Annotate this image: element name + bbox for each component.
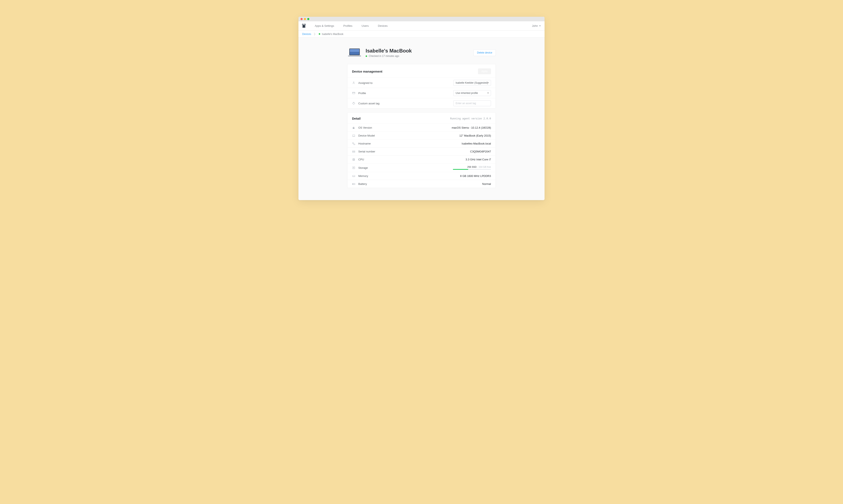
svg-rect-12: [352, 142, 353, 143]
window-close-icon[interactable]: [300, 18, 303, 20]
hostname-value: Isabelles-MacBook.local: [462, 142, 491, 145]
device-thumbnail-icon: [347, 48, 362, 58]
device-model-value: 12" MacBook (Early 2015): [459, 134, 491, 137]
user-menu[interactable]: John: [532, 24, 541, 28]
svg-rect-15: [353, 159, 354, 160]
assigned-to-label: Assigned to: [358, 82, 453, 85]
hostname-label: Hostname: [358, 142, 462, 145]
device-model-row: Device Model 12" MacBook (Early 2015): [347, 131, 496, 140]
app-logo-icon[interactable]: [301, 23, 306, 29]
agent-version: Running agent version 2.0.0: [450, 117, 491, 120]
laptop-icon: [352, 134, 355, 138]
user-menu-label: John: [532, 24, 538, 28]
device-model-label: Device Model: [358, 134, 459, 137]
svg-rect-23: [353, 184, 353, 184]
person-icon: [352, 81, 355, 85]
storage-value-block: 256 SSD - 154 GB free: [453, 166, 491, 170]
app-window: Apps & Settings Profiles Users Devices J…: [298, 17, 545, 200]
os-version-label: OS Version: [358, 126, 452, 129]
nav-devices[interactable]: Devices: [378, 24, 388, 28]
svg-rect-9: [352, 92, 355, 93]
os-version-value: macOS Sierra - 10.12.4 (16O28): [452, 126, 491, 129]
battery-value: Normal: [482, 182, 491, 185]
chevron-down-icon: [539, 25, 541, 26]
device-title-block: Isabelle's MacBook Checked in 17 minutes…: [366, 48, 473, 57]
cpu-row: CPU 3.3 GHz Intel Core i7: [347, 156, 496, 163]
barcode-icon: [352, 150, 355, 153]
storage-text: 256 SSD - 154 GB free: [467, 166, 491, 168]
device-title: Isabelle's MacBook: [366, 48, 473, 54]
apple-icon: [352, 126, 355, 129]
assigned-to-row: Assigned to Isabelle Keebler (Suggested): [347, 77, 496, 88]
tag-icon: [352, 102, 355, 105]
breadcrumb-current-label: Isabelle's MacBook: [322, 33, 344, 36]
serial-row: Serial number C3Q5MG6P2047: [347, 147, 496, 156]
svg-rect-8: [352, 92, 355, 94]
nav-links: Apps & Settings Profiles Users Devices: [315, 24, 388, 28]
window-zoom-icon[interactable]: [307, 18, 309, 20]
device-header: Isabelle's MacBook Checked in 17 minutes…: [347, 48, 496, 58]
battery-row: Battery Normal: [347, 180, 496, 188]
os-version-row: OS Version macOS Sierra - 10.12.4 (16O28…: [347, 124, 496, 131]
storage-label: Storage: [358, 166, 453, 169]
assigned-to-select[interactable]: Isabelle Keebler (Suggested): [453, 80, 491, 86]
card-header: Device management Apply: [347, 64, 496, 77]
profile-row: Profile Use inherited profile: [347, 88, 496, 98]
top-nav: Apps & Settings Profiles Users Devices J…: [298, 21, 545, 31]
storage-free: 154 GB free: [479, 166, 491, 168]
serial-label: Serial number: [358, 150, 470, 153]
apply-button[interactable]: Apply: [478, 68, 491, 74]
status-dot-icon: [366, 55, 367, 57]
memory-row: Memory 8 GB 1600 MHz LPDDR3: [347, 172, 496, 180]
detail-card: Detail Running agent version 2.0.0 OS Ve…: [347, 112, 496, 188]
svg-rect-16: [353, 159, 354, 160]
svg-point-7: [353, 82, 354, 83]
svg-point-10: [353, 103, 354, 103]
card-title: Device management: [352, 70, 382, 73]
profile-icon: [352, 91, 355, 95]
cpu-label: CPU: [358, 158, 466, 161]
svg-rect-20: [352, 175, 355, 176]
svg-rect-11: [353, 135, 355, 136]
cpu-value: 3.3 GHz Intel Core i7: [466, 158, 491, 161]
device-status-label: Checked in 17 minutes ago: [369, 55, 399, 57]
asset-tag-input[interactable]: [453, 101, 491, 106]
battery-label: Battery: [358, 182, 482, 185]
breadcrumb-separator-icon: [314, 32, 316, 36]
serial-value: C3Q5MG6P2047: [470, 150, 491, 153]
memory-icon: [352, 175, 355, 178]
svg-rect-22: [355, 184, 355, 184]
memory-value: 8 GB 1600 MHz LPDDR3: [460, 175, 491, 178]
svg-point-19: [353, 167, 354, 168]
memory-label: Memory: [358, 175, 460, 178]
svg-rect-6: [348, 56, 361, 56]
chip-icon: [352, 158, 355, 161]
device-management-card: Device management Apply Assigned to Isab…: [347, 64, 496, 109]
nav-apps-settings[interactable]: Apps & Settings: [315, 24, 334, 28]
breadcrumb-current: Isabelle's MacBook: [319, 33, 344, 36]
profile-select[interactable]: Use inherited profile: [453, 90, 491, 96]
macos-titlebar: [298, 17, 545, 21]
profile-label: Profile: [358, 92, 453, 95]
device-status: Checked in 17 minutes ago: [366, 55, 473, 57]
disk-icon: [352, 166, 355, 169]
hostname-row: Hostname Isabelles-MacBook.local: [347, 140, 496, 147]
card-title: Detail: [352, 117, 361, 120]
page-content: Isabelle's MacBook Checked in 17 minutes…: [298, 38, 545, 200]
svg-point-0: [303, 25, 304, 25]
svg-point-1: [304, 25, 304, 25]
network-icon: [352, 142, 355, 145]
storage-total: 256 SSD: [467, 166, 476, 168]
breadcrumb-root[interactable]: Devices: [302, 33, 311, 36]
storage-bar: [453, 169, 491, 170]
breadcrumb: Devices Isabelle's MacBook: [298, 31, 545, 38]
asset-tag-row: Custom asset tag: [347, 98, 496, 108]
nav-profiles[interactable]: Profiles: [344, 24, 352, 28]
svg-rect-13: [354, 144, 355, 145]
window-minimize-icon[interactable]: [304, 18, 306, 20]
status-dot-icon: [319, 33, 320, 35]
nav-users[interactable]: Users: [362, 24, 369, 28]
asset-tag-label: Custom asset tag: [358, 102, 453, 105]
storage-bar-fill: [453, 169, 468, 170]
delete-device-button[interactable]: Delete device: [473, 49, 496, 56]
